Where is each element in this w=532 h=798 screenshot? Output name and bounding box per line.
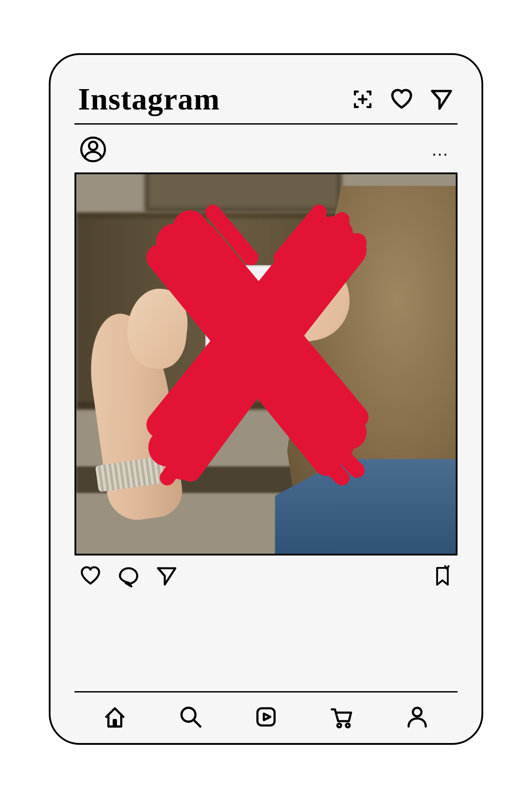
- cart-icon[interactable]: [329, 704, 354, 730]
- app-header: Instagram: [74, 82, 458, 125]
- post-header: …: [74, 125, 458, 172]
- svg-rect-20: [258, 708, 275, 726]
- app-logo: Instagram: [78, 82, 220, 117]
- svg-point-21: [337, 724, 341, 727]
- overlay-x-icon: [76, 174, 456, 554]
- heart-icon[interactable]: [389, 87, 414, 112]
- comment-icon[interactable]: [117, 564, 140, 587]
- bookmark-icon[interactable]: [432, 564, 453, 587]
- send-icon[interactable]: [429, 87, 454, 112]
- profile-icon[interactable]: [79, 135, 107, 164]
- post-actions: [74, 555, 458, 587]
- person-icon[interactable]: [404, 704, 430, 730]
- home-icon[interactable]: [102, 704, 128, 730]
- reels-icon[interactable]: [253, 704, 279, 730]
- share-send-icon[interactable]: [155, 564, 178, 587]
- bottom-nav: [74, 692, 458, 730]
- svg-point-1: [89, 142, 98, 150]
- new-post-icon[interactable]: [351, 88, 374, 111]
- search-icon[interactable]: [178, 704, 203, 730]
- post-image[interactable]: [74, 172, 458, 555]
- phone-mockup: Instagram: [49, 53, 483, 745]
- svg-point-23: [413, 708, 421, 716]
- svg-point-22: [346, 724, 350, 727]
- header-actions: [351, 87, 454, 112]
- like-heart-icon[interactable]: [79, 564, 102, 587]
- more-options-icon[interactable]: …: [431, 140, 453, 160]
